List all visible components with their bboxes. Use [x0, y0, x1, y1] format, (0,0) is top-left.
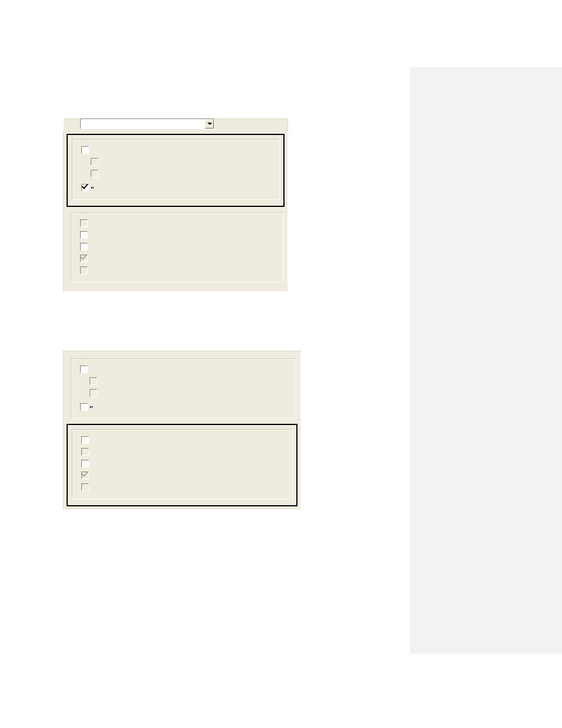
- right-margin-column: [410, 67, 562, 654]
- rotate-back-checkbox-2: [81, 448, 89, 456]
- rotate-front-checkbox-2[interactable]: [81, 436, 89, 444]
- dual-sided-group-2: [71, 359, 296, 419]
- screenshot-options-emphasis-wrap: [62, 350, 302, 510]
- print-both-sides-checkbox-2[interactable]: [80, 365, 88, 373]
- options-group-2: [72, 430, 293, 499]
- options-group: [71, 213, 283, 282]
- disable-printing-checkbox-2[interactable]: [81, 460, 89, 467]
- chevron-down-icon[interactable]: [204, 119, 214, 129]
- print-back-on-front-checkbox: [91, 170, 98, 177]
- print-back-side-only-label-2: [90, 406, 92, 407]
- screenshot-options-emphasis: [62, 350, 302, 510]
- print-back-side-only-checkbox[interactable]: [81, 184, 89, 192]
- print-both-sides-checkbox[interactable]: [81, 146, 89, 154]
- screenshot-dual-sided-emphasis: [62, 118, 289, 292]
- options-emphasis-border: [67, 424, 297, 506]
- dual-sided-emphasis-border: [67, 134, 285, 207]
- dual-sided-group: [72, 140, 280, 200]
- print-back-on-front-checkbox-2: [90, 389, 97, 397]
- print-back-side-only-label: [91, 187, 94, 188]
- print-back-side-only-checkbox-2[interactable]: [80, 403, 88, 411]
- disable-printing-checkbox[interactable]: [80, 243, 88, 251]
- invert-fpanel-checkbox-2: [81, 483, 89, 491]
- rotate-front-checkbox: [80, 219, 88, 227]
- page-content: [62, 118, 392, 292]
- rotate-back-checkbox[interactable]: [80, 231, 88, 239]
- split-ribbon-checkbox: [91, 158, 98, 166]
- invert-fpanel-checkbox: [80, 266, 88, 274]
- top-dropdown[interactable]: [80, 118, 214, 129]
- document-page: [0, 0, 562, 728]
- dropdown-row: [63, 118, 288, 131]
- split-ribbon-checkbox-2: [90, 377, 97, 385]
- dual-pass-checkbox-2: [81, 472, 89, 479]
- dual-pass-checkbox: [80, 255, 88, 262]
